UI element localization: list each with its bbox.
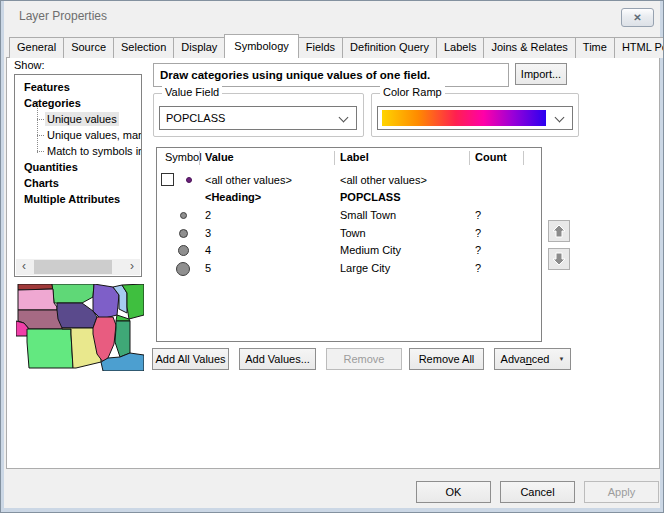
layer-properties-dialog: Layer Properties ✕ General Source Select… [0,0,664,513]
table-row[interactable]: <all other values> <all other values> [157,172,541,189]
unique-values-table: Symbol Value Label Count <all other valu… [156,147,542,342]
all-other-values-checkbox[interactable] [161,173,174,186]
apply-button[interactable]: Apply [584,481,659,503]
tab-selection[interactable]: Selection [113,37,174,58]
table-row[interactable]: 5 Large City ? [157,260,541,277]
tab-joins-relates[interactable]: Joins & Relates [483,37,575,58]
sidebar-item-unique-values-many[interactable]: Unique values, many [15,127,142,143]
caret-down-icon: ▼ [559,356,565,362]
tab-definition-query[interactable]: Definition Query [342,37,437,58]
sidebar-item-quantities[interactable]: Quantities [15,159,142,175]
table-row[interactable]: <Heading> POPCLASS [157,189,541,206]
state-polygon [18,289,57,310]
tab-labels[interactable]: Labels [436,37,484,58]
dialog-title: Layer Properties [19,9,107,23]
state-polygon [57,303,97,328]
show-label: Show: [14,59,45,71]
close-button[interactable]: ✕ [621,8,654,27]
sidebar-item-multiple-attributes[interactable]: Multiple Attributes [15,191,142,207]
state-polygon [52,284,94,303]
column-count: Count [475,151,507,163]
remove-button[interactable]: Remove [326,348,402,370]
sidebar-item-unique-values[interactable]: Unique values [15,111,142,127]
color-ramp-label: Color Ramp [380,86,445,98]
ok-button[interactable]: OK [416,481,491,503]
move-down-button[interactable] [548,248,570,270]
table-row[interactable]: 2 Small Town ? [157,207,541,224]
all-other-values-symbol[interactable] [186,177,192,183]
table-row[interactable]: 3 Town ? [157,225,541,242]
tree-horizontal-scrollbar[interactable]: ‹ › [16,259,140,275]
point-symbol[interactable] [176,262,190,276]
tab-strip: General Source Selection Display Symbolo… [9,34,664,58]
show-tree: Features Categories Unique values Unique… [14,74,142,277]
tab-general[interactable]: General [9,37,64,58]
color-ramp-swatch [382,110,546,126]
color-ramp-select[interactable] [377,106,573,130]
state-polygon [116,315,130,321]
move-up-button[interactable] [548,220,570,242]
tab-fields[interactable]: Fields [298,37,343,58]
arrow-up-icon [552,224,566,238]
state-polygon [115,321,130,357]
scrollbar-thumb[interactable] [34,260,112,274]
sidebar-item-charts[interactable]: Charts [15,175,142,191]
tab-html-popup[interactable]: HTML Popup [614,37,664,58]
arrow-down-icon [552,252,566,266]
sidebar-item-features[interactable]: Features [15,79,142,95]
table-row[interactable]: 4 Medium City ? [157,242,541,259]
close-icon: ✕ [633,12,641,23]
add-all-values-button[interactable]: Add All Values [152,348,229,370]
tab-display[interactable]: Display [173,37,225,58]
advanced-button[interactable]: Advanced ▼ [494,348,571,370]
value-field-value: POPCLASS [160,112,225,124]
table-header: Symbol Value Label Count [157,148,541,168]
column-label: Label [340,151,369,163]
value-field-label: Value Field [162,86,222,98]
chevron-down-icon [555,113,565,123]
sidebar-item-match-to-symbols[interactable]: Match to symbols in a [15,143,142,159]
chevron-down-icon [339,113,349,123]
value-field-select[interactable]: POPCLASS [159,106,357,130]
point-symbol[interactable] [179,229,188,238]
tab-source[interactable]: Source [63,37,114,58]
title-bar: Layer Properties ✕ [1,1,663,31]
state-polygon [27,329,73,368]
column-symbol: Symbol [165,151,202,163]
column-value: Value [205,151,234,163]
point-symbol[interactable] [180,212,187,219]
add-values-button[interactable]: Add Values... [239,348,316,370]
tab-time[interactable]: Time [575,37,615,58]
import-button[interactable]: Import... [515,63,567,85]
remove-all-button[interactable]: Remove All [409,348,484,370]
scroll-left-icon[interactable]: ‹ [16,259,32,275]
scroll-right-icon[interactable]: › [124,259,140,275]
symbology-preview-map [16,284,144,371]
point-symbol[interactable] [178,245,189,256]
method-description: Draw categories using unique values of o… [153,63,509,87]
tab-symbology[interactable]: Symbology [224,34,298,58]
cancel-button[interactable]: Cancel [500,481,575,503]
sidebar-item-categories[interactable]: Categories [15,95,142,111]
